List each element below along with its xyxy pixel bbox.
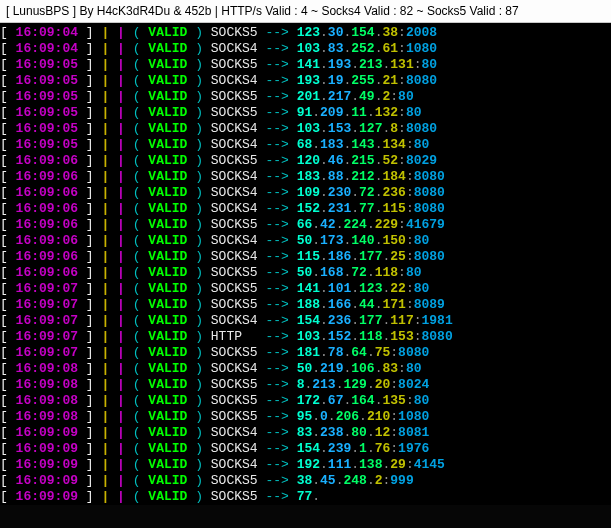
log-row: [ 16:09:05 ] | | ( VALID ) SOCKS4 --> 19… [0, 73, 611, 89]
terminal-output: [ 16:09:04 ] | | ( VALID ) SOCKS5 --> 12… [0, 23, 611, 505]
log-row: [ 16:09:07 ] | | ( VALID ) SOCKS5 --> 18… [0, 297, 611, 313]
log-row: [ 16:09:06 ] | | ( VALID ) SOCKS5 --> 12… [0, 153, 611, 169]
window-titlebar: [ LunusBPS ] By H4cK3dR4Du & 452b | HTTP… [0, 0, 611, 23]
log-row: [ 16:09:07 ] | | ( VALID ) SOCKS5 --> 18… [0, 345, 611, 361]
log-row: [ 16:09:09 ] | | ( VALID ) SOCKS5 --> 38… [0, 473, 611, 489]
log-row: [ 16:09:09 ] | | ( VALID ) SOCKS4 --> 15… [0, 441, 611, 457]
log-row: [ 16:09:06 ] | | ( VALID ) SOCKS4 --> 50… [0, 233, 611, 249]
log-row: [ 16:09:09 ] | | ( VALID ) SOCKS4 --> 19… [0, 457, 611, 473]
window-title-text: [ LunusBPS ] By H4cK3dR4Du & 452b | HTTP… [6, 4, 519, 18]
log-row: [ 16:09:08 ] | | ( VALID ) SOCKS4 --> 50… [0, 361, 611, 377]
log-row: [ 16:09:05 ] | | ( VALID ) SOCKS5 --> 14… [0, 57, 611, 73]
log-row: [ 16:09:06 ] | | ( VALID ) SOCKS4 --> 15… [0, 201, 611, 217]
log-row: [ 16:09:07 ] | | ( VALID ) SOCKS5 --> 14… [0, 281, 611, 297]
log-row: [ 16:09:05 ] | | ( VALID ) SOCKS4 --> 10… [0, 121, 611, 137]
log-row: [ 16:09:05 ] | | ( VALID ) SOCKS4 --> 68… [0, 137, 611, 153]
log-row: [ 16:09:06 ] | | ( VALID ) SOCKS4 --> 18… [0, 169, 611, 185]
log-row: [ 16:09:07 ] | | ( VALID ) SOCKS4 --> 15… [0, 313, 611, 329]
log-row: [ 16:09:06 ] | | ( VALID ) SOCKS4 --> 11… [0, 249, 611, 265]
log-row: [ 16:09:08 ] | | ( VALID ) SOCKS5 --> 8.… [0, 377, 611, 393]
log-row: [ 16:09:05 ] | | ( VALID ) SOCKS5 --> 91… [0, 105, 611, 121]
log-row: [ 16:09:04 ] | | ( VALID ) SOCKS5 --> 12… [0, 25, 611, 41]
log-row: [ 16:09:06 ] | | ( VALID ) SOCKS5 --> 50… [0, 265, 611, 281]
log-row: [ 16:09:08 ] | | ( VALID ) SOCKS5 --> 95… [0, 409, 611, 425]
log-row: [ 16:09:06 ] | | ( VALID ) SOCKS4 --> 10… [0, 185, 611, 201]
log-row: [ 16:09:08 ] | | ( VALID ) SOCKS5 --> 17… [0, 393, 611, 409]
log-row: [ 16:09:09 ] | | ( VALID ) SOCKS5 --> 77… [0, 489, 611, 505]
log-row: [ 16:09:05 ] | | ( VALID ) SOCKS5 --> 20… [0, 89, 611, 105]
log-row: [ 16:09:07 ] | | ( VALID ) HTTP --> 103.… [0, 329, 611, 345]
log-row: [ 16:09:04 ] | | ( VALID ) SOCKS4 --> 10… [0, 41, 611, 57]
log-row: [ 16:09:06 ] | | ( VALID ) SOCKS5 --> 66… [0, 217, 611, 233]
log-row: [ 16:09:09 ] | | ( VALID ) SOCKS4 --> 83… [0, 425, 611, 441]
